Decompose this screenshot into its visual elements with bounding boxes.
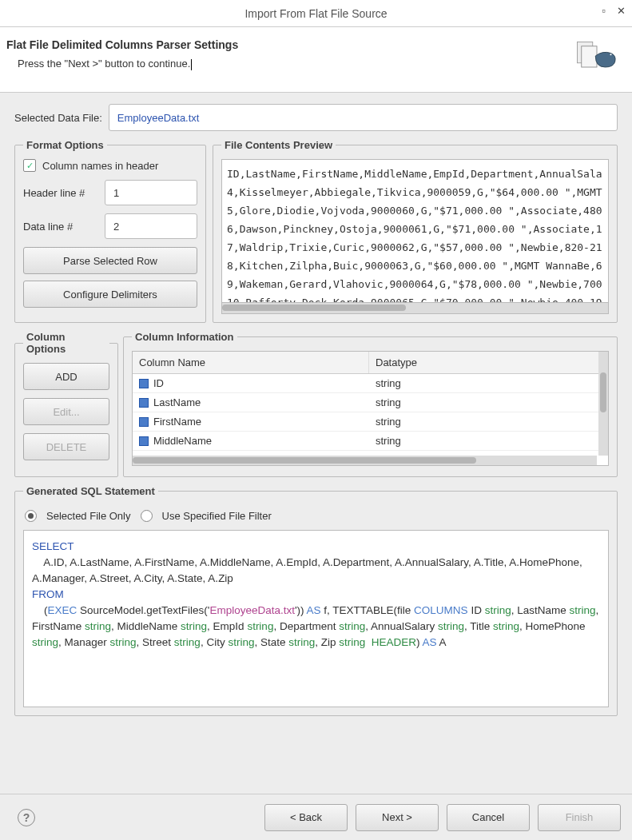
column-options-group: Column Options ADD Edit... DELETE [14, 331, 118, 477]
close-icon[interactable]: ✕ [617, 5, 626, 17]
column-names-in-header-checkbox[interactable]: ✓ [23, 159, 36, 172]
parse-selected-row-button[interactable]: Parse Selected Row [23, 247, 197, 274]
format-options-group: Format Options ✓ Column names in header … [14, 139, 206, 323]
data-line-input[interactable]: 2 [105, 213, 197, 239]
selected-file-field[interactable]: EmployeeData.txt [109, 104, 618, 131]
file-contents-legend: File Contents Preview [221, 139, 336, 151]
svg-point-2 [610, 54, 611, 55]
header-line-label: Header line # [23, 187, 98, 199]
window-title: Import From Flat File Source [244, 7, 387, 20]
format-options-legend: Format Options [23, 139, 107, 151]
edit-column-button: Edit... [23, 398, 109, 425]
column-information-legend: Column Information [132, 331, 237, 343]
column-information-group: Column Information Column Name Datatype … [123, 331, 618, 477]
column-icon [139, 398, 149, 408]
use-file-filter-radio[interactable] [141, 510, 153, 522]
column-options-legend: Column Options [23, 331, 109, 355]
selected-file-label: Selected Data File: [14, 112, 102, 124]
selected-file-only-radio[interactable] [25, 510, 37, 522]
column-icon [139, 417, 149, 427]
title-bar: Import From Flat File Source ▫ ✕ [0, 0, 632, 27]
finish-button: Finish [538, 804, 621, 831]
wizard-icon [574, 38, 619, 76]
back-button[interactable]: < Back [264, 804, 348, 831]
help-icon[interactable]: ? [18, 809, 35, 826]
generated-sql-group: Generated SQL Statement Selected File On… [14, 485, 618, 716]
sql-text-area[interactable]: SELECT A.ID, A.LastName, A.FirstName, A.… [23, 530, 609, 707]
grid-header-name[interactable]: Column Name [133, 352, 369, 373]
cancel-button[interactable]: Cancel [447, 804, 530, 831]
column-icon [139, 436, 149, 446]
svg-rect-1 [582, 46, 597, 67]
column-grid[interactable]: Column Name Datatype IDstringLastNamestr… [132, 351, 609, 466]
column-names-in-header-label: Column names in header [42, 160, 158, 172]
column-icon [139, 379, 149, 388]
grid-hscrollbar[interactable] [133, 456, 597, 465]
table-row[interactable]: IDstring [133, 374, 608, 393]
configure-delimiters-button[interactable]: Configure Delimiters [23, 281, 197, 308]
delete-column-button: DELETE [23, 433, 109, 460]
grid-vscrollbar[interactable] [598, 352, 608, 456]
file-contents-text[interactable]: ID,LastName,FirstName,MiddleName,EmpId,D… [221, 159, 609, 303]
maximize-icon[interactable]: ▫ [602, 5, 606, 17]
file-contents-preview-group: File Contents Preview ID,LastName,FirstN… [213, 139, 618, 323]
next-button[interactable]: Next > [356, 804, 439, 831]
use-file-filter-label: Use Specified File Filter [162, 510, 272, 522]
wizard-footer: ? < Back Next > Cancel Finish [0, 794, 632, 840]
page-title: Flat File Delimited Columns Parser Setti… [6, 38, 574, 51]
table-row[interactable]: MiddleNamestring [133, 432, 608, 451]
header-line-input[interactable]: 1 [105, 180, 197, 205]
preview-hscrollbar[interactable] [221, 303, 609, 314]
table-row[interactable]: LastNamestring [133, 393, 608, 412]
selected-file-only-label: Selected File Only [46, 510, 131, 522]
add-column-button[interactable]: ADD [23, 363, 109, 390]
table-row[interactable]: FirstNamestring [133, 412, 608, 432]
generated-sql-legend: Generated SQL Statement [23, 485, 158, 497]
grid-header-type[interactable]: Datatype [369, 352, 608, 373]
page-subtitle: Press the "Next >" button to continue. [18, 58, 574, 70]
wizard-header: Flat File Delimited Columns Parser Setti… [0, 27, 632, 93]
selected-file-row: Selected Data File: EmployeeData.txt [14, 104, 618, 131]
data-line-label: Data line # [23, 221, 98, 233]
